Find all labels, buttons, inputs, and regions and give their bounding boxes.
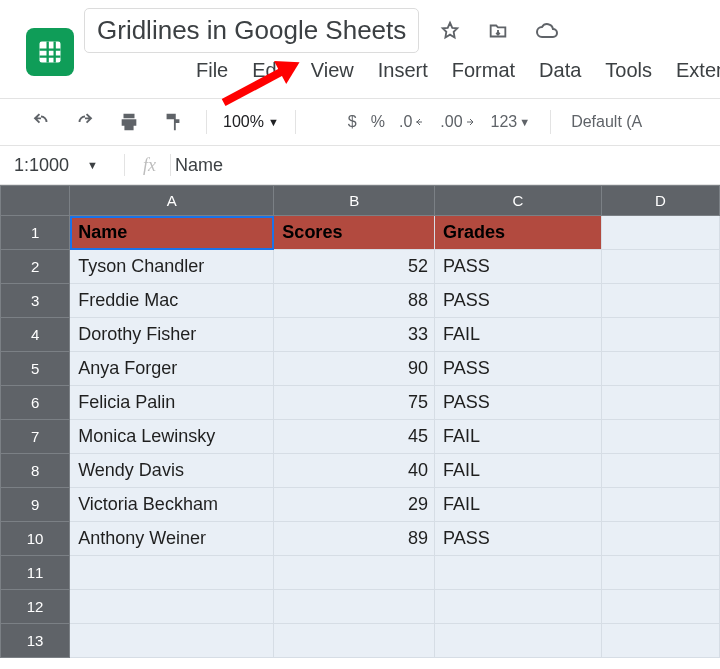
cell[interactable] (601, 386, 719, 420)
cell[interactable]: FAIL (435, 488, 602, 522)
cell[interactable]: Wendy Davis (70, 454, 274, 488)
row-header[interactable]: 3 (1, 284, 70, 318)
cell[interactable]: FAIL (435, 420, 602, 454)
cell[interactable]: 52 (274, 250, 435, 284)
cell[interactable] (601, 250, 719, 284)
row-header[interactable]: 1 (1, 216, 70, 250)
cell[interactable] (70, 556, 274, 590)
svg-rect-0 (40, 42, 61, 63)
cell[interactable]: Felicia Palin (70, 386, 274, 420)
format-currency-button[interactable]: $ (348, 113, 357, 131)
zoom-value: 100% (223, 113, 264, 131)
cell[interactable]: 45 (274, 420, 435, 454)
col-header-b[interactable]: B (274, 186, 435, 216)
cell[interactable] (274, 556, 435, 590)
undo-icon[interactable] (24, 107, 58, 137)
cell[interactable]: Freddie Mac (70, 284, 274, 318)
col-header-c[interactable]: C (435, 186, 602, 216)
row-header[interactable]: 2 (1, 250, 70, 284)
cell[interactable]: Anthony Weiner (70, 522, 274, 556)
cell[interactable] (274, 624, 435, 658)
col-header-a[interactable]: A (70, 186, 274, 216)
cell[interactable] (601, 284, 719, 318)
cell[interactable]: Victoria Beckham (70, 488, 274, 522)
row-header[interactable]: 10 (1, 522, 70, 556)
cell[interactable] (435, 624, 602, 658)
menu-view[interactable]: View (311, 59, 354, 82)
col-header-d[interactable]: D (601, 186, 719, 216)
row-header[interactable]: 8 (1, 454, 70, 488)
cell[interactable] (435, 590, 602, 624)
cell[interactable]: 40 (274, 454, 435, 488)
cell[interactable]: Anya Forger (70, 352, 274, 386)
font-dropdown[interactable]: Default (A (571, 113, 642, 131)
cell[interactable] (601, 352, 719, 386)
menu-extensions[interactable]: Extensio (676, 59, 720, 82)
cell[interactable] (601, 624, 719, 658)
cloud-status-icon[interactable] (529, 15, 565, 47)
cell[interactable] (601, 216, 719, 250)
cell[interactable]: Name (70, 216, 274, 250)
row-header[interactable]: 12 (1, 590, 70, 624)
menu-insert[interactable]: Insert (378, 59, 428, 82)
cell[interactable]: 90 (274, 352, 435, 386)
cell[interactable]: Scores (274, 216, 435, 250)
fx-icon: fx (143, 155, 156, 176)
zoom-dropdown[interactable]: 100% ▼ (223, 113, 279, 131)
cell[interactable] (435, 556, 602, 590)
menu-data[interactable]: Data (539, 59, 581, 82)
sheets-logo-icon (26, 28, 74, 76)
row-header[interactable]: 9 (1, 488, 70, 522)
cell[interactable]: PASS (435, 352, 602, 386)
cell[interactable]: Tyson Chandler (70, 250, 274, 284)
select-all-corner[interactable] (1, 186, 70, 216)
cell[interactable] (601, 556, 719, 590)
more-formats-dropdown[interactable]: 123▼ (491, 113, 531, 131)
cell[interactable] (601, 420, 719, 454)
cell[interactable]: 33 (274, 318, 435, 352)
row-header[interactable]: 5 (1, 352, 70, 386)
increase-decimal-button[interactable]: .00 (440, 113, 476, 131)
move-icon[interactable] (481, 16, 515, 46)
row-header[interactable]: 4 (1, 318, 70, 352)
menu-format[interactable]: Format (452, 59, 515, 82)
paint-format-icon[interactable] (156, 107, 190, 137)
spreadsheet-grid[interactable]: A B C D 1 Name Scores Grades 2Tyson Chan… (0, 185, 720, 658)
cell[interactable] (601, 318, 719, 352)
cell[interactable] (601, 590, 719, 624)
name-box[interactable]: 1:1000 ▼ (14, 155, 124, 176)
name-box-value: 1:1000 (14, 155, 69, 176)
cell[interactable] (274, 590, 435, 624)
cell[interactable]: Monica Lewinsky (70, 420, 274, 454)
decrease-decimal-button[interactable]: .0 (399, 113, 426, 131)
cell[interactable]: PASS (435, 284, 602, 318)
cell[interactable]: 88 (274, 284, 435, 318)
format-percent-button[interactable]: % (371, 113, 385, 131)
cell[interactable]: Dorothy Fisher (70, 318, 274, 352)
row-header[interactable]: 11 (1, 556, 70, 590)
cell[interactable]: 29 (274, 488, 435, 522)
star-icon[interactable] (433, 16, 467, 46)
cell[interactable]: 75 (274, 386, 435, 420)
cell[interactable] (70, 624, 274, 658)
cell[interactable] (601, 522, 719, 556)
row-header[interactable]: 13 (1, 624, 70, 658)
cell[interactable]: PASS (435, 250, 602, 284)
doc-title-input[interactable]: Gridlines in Google Sheets (84, 8, 419, 53)
menu-tools[interactable]: Tools (605, 59, 652, 82)
cell[interactable] (601, 488, 719, 522)
cell[interactable]: 89 (274, 522, 435, 556)
cell[interactable]: Grades (435, 216, 602, 250)
row-header[interactable]: 6 (1, 386, 70, 420)
cell[interactable]: PASS (435, 522, 602, 556)
print-icon[interactable] (112, 107, 146, 137)
cell[interactable]: FAIL (435, 318, 602, 352)
menu-file[interactable]: File (196, 59, 228, 82)
formula-bar[interactable]: Name (175, 155, 223, 176)
cell[interactable]: PASS (435, 386, 602, 420)
cell[interactable] (70, 590, 274, 624)
row-header[interactable]: 7 (1, 420, 70, 454)
redo-icon[interactable] (68, 107, 102, 137)
cell[interactable]: FAIL (435, 454, 602, 488)
cell[interactable] (601, 454, 719, 488)
